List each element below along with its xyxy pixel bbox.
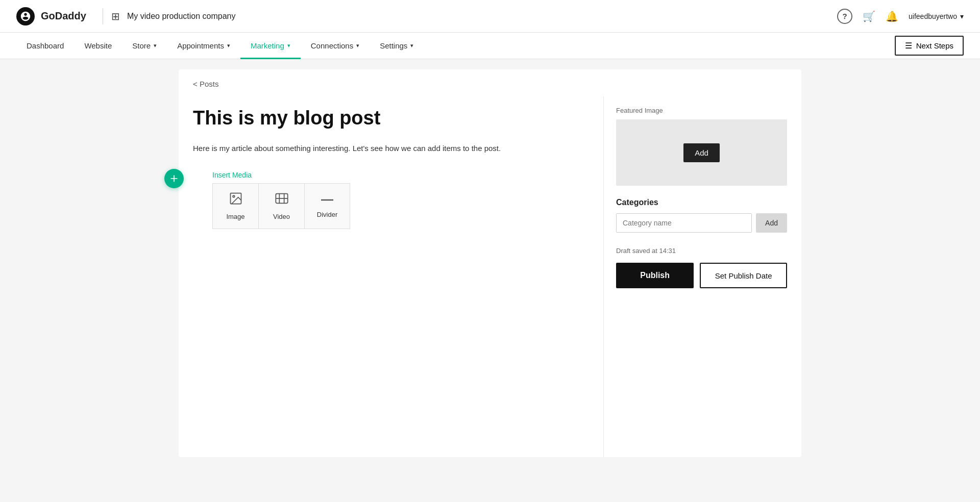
insert-media-button[interactable] <box>164 169 184 188</box>
categories-section: Categories Add <box>616 198 787 233</box>
image-option-icon <box>229 191 243 209</box>
nav-website[interactable]: Website <box>74 33 122 59</box>
user-menu[interactable]: uifeedbuyertwo ▾ <box>909 12 964 20</box>
top-bar: GoDaddy ⊞ My video production company ? … <box>0 0 980 33</box>
media-option-divider[interactable]: Divider <box>304 183 350 229</box>
blog-post-body[interactable]: Here is my article about something inter… <box>193 142 583 155</box>
next-steps-nav: ☰ Next Steps <box>895 36 964 56</box>
logo-divider <box>103 8 103 24</box>
featured-image-box: Add <box>616 119 787 186</box>
featured-image-add-button[interactable]: Add <box>683 143 720 162</box>
insert-media-circle[interactable] <box>164 169 184 188</box>
svg-point-1 <box>233 195 235 197</box>
publish-row: Publish Set Publish Date <box>616 263 787 288</box>
nav-connections[interactable]: Connections ▾ <box>301 33 370 59</box>
categories-label: Categories <box>616 198 787 207</box>
marketing-chevron: ▾ <box>287 42 290 49</box>
breadcrumb: < Posts <box>179 80 801 96</box>
cart-icon[interactable]: 🛒 <box>863 10 875 22</box>
media-option-video-label: Video <box>273 213 290 220</box>
media-option-image-label: Image <box>226 213 244 220</box>
page-wrapper: < Posts This is my blog post Here is my … <box>0 59 980 502</box>
nav-appointments[interactable]: Appointments ▾ <box>167 33 240 59</box>
nav-marketing[interactable]: Marketing ▾ <box>240 33 301 59</box>
connections-chevron: ▾ <box>356 42 359 49</box>
media-option-video[interactable]: Video <box>258 183 304 229</box>
grid-icon[interactable]: ⊞ <box>111 10 120 22</box>
category-name-input[interactable] <box>616 213 752 233</box>
next-steps-button[interactable]: ☰ Next Steps <box>895 36 964 56</box>
media-option-image[interactable]: Image <box>212 183 258 229</box>
insert-media-label: Insert Media <box>212 171 350 179</box>
breadcrumb-back-link[interactable]: < Posts <box>193 80 218 88</box>
set-publish-date-button[interactable]: Set Publish Date <box>700 263 787 288</box>
godaddy-logo-icon[interactable] <box>16 7 35 26</box>
editor-sidebar: Featured Image Add Categories Add Draft … <box>603 96 787 457</box>
next-steps-icon: ☰ <box>905 41 912 51</box>
divider-option-icon <box>320 193 334 207</box>
content-area: < Posts This is my blog post Here is my … <box>179 69 801 457</box>
publish-button[interactable]: Publish <box>616 263 694 288</box>
store-chevron: ▾ <box>154 42 157 49</box>
nav-dashboard[interactable]: Dashboard <box>16 33 74 59</box>
settings-chevron: ▾ <box>410 42 413 49</box>
appointments-chevron: ▾ <box>227 42 230 49</box>
help-icon[interactable]: ? <box>837 9 852 24</box>
user-name: uifeedbuyertwo <box>909 12 957 20</box>
logo-area: GoDaddy <box>16 7 86 26</box>
user-menu-chevron: ▾ <box>960 12 964 20</box>
main-nav: Dashboard Website Store ▾ Appointments ▾… <box>0 33 980 59</box>
editor-main: This is my blog post Here is my article … <box>193 96 603 457</box>
blog-post-title[interactable]: This is my blog post <box>193 107 583 130</box>
nav-store[interactable]: Store ▾ <box>122 33 167 59</box>
editor-layout: This is my blog post Here is my article … <box>179 96 801 457</box>
next-steps-label: Next Steps <box>916 41 953 50</box>
featured-image-label: Featured Image <box>616 107 787 114</box>
draft-status: Draft saved at 14:31 <box>616 247 787 255</box>
category-add-button[interactable]: Add <box>756 213 787 233</box>
media-options: Image <box>212 183 350 229</box>
godaddy-wordmark: GoDaddy <box>41 10 86 22</box>
bell-icon[interactable]: 🔔 <box>886 10 898 22</box>
top-bar-right: ? 🛒 🔔 uifeedbuyertwo ▾ <box>837 9 964 24</box>
video-option-icon <box>275 191 289 209</box>
nav-settings[interactable]: Settings ▾ <box>370 33 424 59</box>
media-option-divider-label: Divider <box>317 211 337 218</box>
category-input-row: Add <box>616 213 787 233</box>
site-name: My video production company <box>127 12 236 21</box>
insert-media-bar: Insert Media <box>193 171 583 229</box>
